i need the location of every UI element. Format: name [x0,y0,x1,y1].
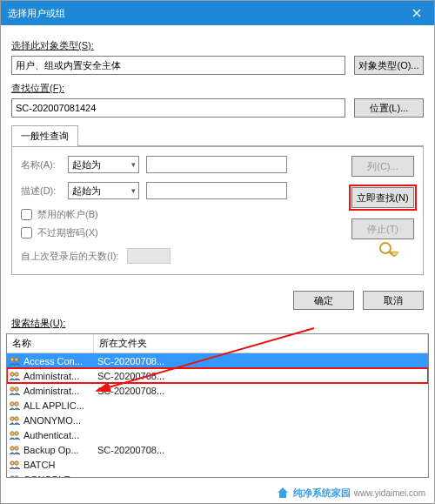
ok-button[interactable]: 确定 [293,291,354,310]
group-icon [9,460,21,470]
table-row[interactable]: Administrat...SC-20200708... [7,383,428,398]
watermark-url: www.yidaimei.com [354,488,425,498]
column-header-folder[interactable]: 所在文件夹 [94,334,428,353]
group-icon [9,445,21,455]
group-icon [9,400,21,411]
name-label: 名称(A): [21,158,68,171]
close-button[interactable] [399,1,434,25]
cell-name: Authenticat... [23,430,94,440]
watermark-text: 纯净系统家园 [293,487,351,500]
close-icon [412,9,421,17]
upper-content: 选择此对象类型(S): 对象类型(O)... 查找位置(F): 位置(L)...… [1,25,434,284]
find-now-button[interactable]: 立即查找(N) [351,187,414,208]
svg-point-2 [15,357,18,360]
stop-button[interactable]: 停止(T) [351,218,414,239]
svg-point-15 [10,460,14,464]
disabled-accounts-label: 禁用的帐户(B) [37,208,98,221]
tab-general-query[interactable]: 一般性查询 [11,125,78,146]
non-expiring-password-label: 不过期密码(X) [37,226,98,239]
non-expiring-password-checkbox[interactable] [21,227,32,239]
query-panel: 名称(A): 起始为 ▾ 描述(D): 起始为 ▾ 禁用的帐户(B) [11,146,424,275]
titlebar: 选择用户或组 [1,1,434,25]
object-type-field[interactable] [11,56,345,75]
table-row[interactable]: ANONYMO... [7,413,428,427]
cell-folder: SC-20200708... [94,445,428,455]
svg-point-9 [10,416,14,420]
group-icon [9,356,21,366]
table-row[interactable]: Administrat...SC-20200708... [7,368,428,383]
name-input[interactable] [146,156,287,173]
cell-name: Access Con... [23,356,94,366]
table-row[interactable]: Access Con...SC-20200708... [7,353,428,368]
right-button-column: 列(C)... 立即查找(N) 停止(T) [351,156,414,239]
cell-name: ANONYMO... [23,415,94,426]
name-mode-combo[interactable]: 起始为 ▾ [68,156,139,173]
cell-folder: SC-20200708... [94,356,428,366]
group-icon [9,386,21,396]
days-since-login-label: 自上次登录后的天数(I): [21,250,118,263]
table-row[interactable]: CONSOLE ... [7,472,428,477]
cell-name: BATCH [23,460,94,470]
desc-label: 描述(D): [21,185,68,198]
search-hand-icon [378,240,400,262]
name-mode-value: 起始为 [72,158,101,171]
group-icon [9,415,21,426]
location-field[interactable] [11,98,345,118]
table-row[interactable]: Authenticat... [7,427,428,442]
svg-point-12 [15,431,18,434]
cell-folder: SC-20200708... [94,386,428,396]
svg-point-14 [15,446,18,449]
cancel-button[interactable]: 取消 [363,291,424,310]
ok-cancel-row: 确定 取消 [1,284,434,313]
group-icon [9,474,21,478]
columns-button[interactable]: 列(C)... [351,156,414,177]
location-label: 查找位置(F): [11,82,424,95]
svg-point-17 [10,475,14,477]
window-title: 选择用户或组 [8,7,65,20]
cell-name: CONSOLE ... [23,474,94,478]
watermark: 纯净系统家园 www.yidaimei.com [276,486,425,500]
svg-point-16 [15,460,18,464]
object-types-button[interactable]: 对象类型(O)... [354,56,424,75]
cell-name: Administrat... [23,371,94,381]
cell-name: Administrat... [23,386,94,396]
disabled-accounts-checkbox[interactable] [21,209,32,220]
desc-input[interactable] [146,182,287,199]
svg-point-1 [10,357,14,360]
svg-point-4 [15,372,18,375]
table-row[interactable]: Backup Op...SC-20200708... [7,442,428,457]
svg-point-7 [10,401,14,405]
cell-name: ALL APPLIC... [23,400,94,411]
group-icon [9,430,21,440]
svg-point-18 [15,475,18,477]
svg-point-3 [10,372,14,375]
tab-bar: 一般性查询 [11,124,424,146]
locations-button[interactable]: 位置(L)... [354,98,424,118]
home-icon [276,486,290,500]
days-combo[interactable] [127,248,171,264]
column-header-name[interactable]: 名称 [7,334,94,353]
results-body[interactable]: Access Con...SC-20200708...Administrat..… [7,353,428,477]
chevron-down-icon: ▾ [131,160,138,169]
dialog-window: 选择用户或组 选择此对象类型(S): 对象类型(O)... 查找位置(F): 位… [0,0,435,504]
svg-point-13 [10,446,14,449]
svg-point-5 [10,386,14,390]
cell-name: Backup Op... [23,445,94,455]
svg-point-11 [10,431,14,434]
object-type-label: 选择此对象类型(S): [11,39,424,52]
desc-mode-combo[interactable]: 起始为 ▾ [68,182,139,199]
search-results-label: 搜索结果(U): [1,313,434,333]
results-header[interactable]: 名称 所在文件夹 [7,334,428,353]
svg-point-10 [15,416,18,420]
svg-point-6 [15,386,18,390]
results-listview[interactable]: 名称 所在文件夹 Access Con...SC-20200708...Admi… [6,333,429,478]
table-row[interactable]: BATCH [7,457,428,472]
svg-point-8 [15,401,18,405]
desc-mode-value: 起始为 [72,185,101,198]
table-row[interactable]: ALL APPLIC... [7,398,428,413]
chevron-down-icon: ▾ [131,186,138,195]
group-icon [9,371,21,381]
cell-folder: SC-20200708... [94,371,428,381]
